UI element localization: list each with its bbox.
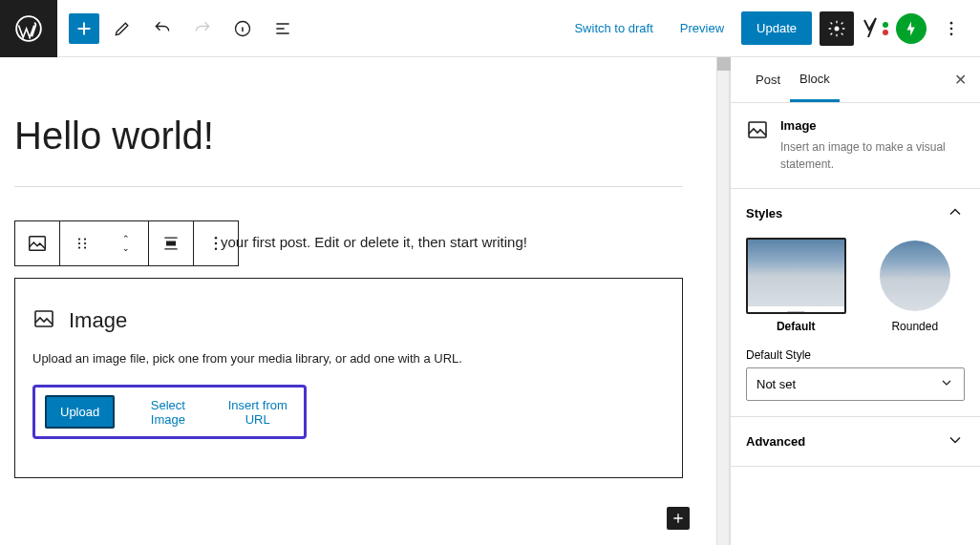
svg-rect-6 — [30, 237, 46, 251]
svg-point-2 — [835, 26, 840, 31]
scrollbar-thumb[interactable] — [717, 57, 731, 71]
tab-block[interactable]: Block — [790, 58, 840, 102]
style-rounded-label: Rounded — [865, 320, 966, 333]
image-block-title: Image — [69, 308, 127, 333]
info-icon[interactable] — [225, 11, 260, 46]
title-underline — [14, 186, 683, 187]
select-image-button[interactable]: Select Image — [138, 398, 198, 427]
default-style-select[interactable]: Not set — [746, 367, 965, 401]
outline-icon[interactable] — [266, 11, 300, 46]
chevron-down-icon: ⌄ — [122, 243, 130, 253]
move-updown-icon[interactable]: ⌃⌄ — [104, 221, 148, 265]
update-button[interactable]: Update — [741, 11, 812, 45]
tab-post[interactable]: Post — [746, 59, 790, 100]
jetpack-icon[interactable] — [896, 13, 927, 44]
edit-icon[interactable] — [105, 11, 139, 46]
add-block-button[interactable] — [69, 13, 99, 44]
settings-icon[interactable] — [820, 11, 854, 46]
chevron-up-icon — [946, 202, 965, 224]
scrollbar-gutter[interactable] — [716, 57, 730, 545]
image-block-description: Upload an image file, pick one from your… — [32, 351, 665, 366]
default-style-label: Default Style — [746, 348, 965, 362]
advanced-panel-header[interactable]: Advanced — [731, 417, 980, 466]
topbar-right: Switch to draft Preview Update — [565, 11, 980, 46]
svg-rect-13 — [166, 241, 176, 246]
wordpress-logo[interactable] — [0, 0, 57, 57]
svg-point-3 — [950, 21, 953, 24]
align-icon[interactable] — [149, 221, 193, 265]
switch-to-draft-button[interactable]: Switch to draft — [565, 13, 662, 43]
svg-point-9 — [78, 242, 80, 244]
svg-rect-17 — [35, 311, 53, 326]
block-info-description: Insert an image to make a visual stateme… — [780, 138, 965, 173]
svg-point-11 — [78, 246, 80, 248]
paragraph-text[interactable]: your first post. Edit or delete it, then… — [221, 234, 527, 250]
topbar-left — [57, 11, 300, 46]
chevron-down-icon — [939, 375, 954, 393]
advanced-heading: Advanced — [746, 434, 805, 449]
settings-sidebar: Post Block ✕ Image Insert an image to ma… — [730, 57, 980, 545]
svg-point-14 — [215, 237, 218, 240]
yoast-icon[interactable] — [862, 17, 888, 40]
topbar: Switch to draft Preview Update — [0, 0, 980, 57]
image-icon — [32, 307, 55, 334]
insert-from-url-button[interactable]: Insert from URL — [221, 398, 294, 427]
svg-point-7 — [78, 238, 80, 240]
block-info: Image Insert an image to make a visual s… — [731, 103, 980, 189]
styles-panel: Styles ——— Default Rounded Default Sty — [731, 189, 980, 417]
image-block-placeholder: Image Upload an image file, pick one fro… — [14, 278, 683, 478]
svg-point-10 — [84, 242, 86, 244]
svg-point-4 — [950, 27, 953, 30]
styles-panel-header[interactable]: Styles — [731, 189, 980, 238]
close-icon[interactable]: ✕ — [954, 71, 967, 89]
block-toolbar: ⌃⌄ — [14, 220, 239, 266]
redo-icon[interactable] — [185, 11, 220, 46]
style-default-label: Default — [746, 320, 846, 333]
svg-point-16 — [215, 248, 218, 251]
block-info-title: Image — [780, 118, 965, 133]
add-block-float-button[interactable] — [667, 507, 690, 530]
sidebar-tabs: Post Block ✕ — [731, 57, 980, 103]
drag-handle-icon[interactable] — [60, 221, 104, 265]
undo-icon[interactable] — [145, 11, 180, 46]
svg-point-5 — [950, 32, 953, 35]
block-type-icon[interactable] — [15, 221, 59, 265]
more-menu-icon[interactable] — [934, 11, 969, 46]
upload-button[interactable]: Upload — [45, 395, 115, 429]
image-icon — [746, 118, 769, 173]
main-area: Hello world! ⌃⌄ — [0, 57, 980, 545]
preview-button[interactable]: Preview — [671, 13, 734, 43]
editor-canvas: Hello world! ⌃⌄ — [0, 57, 716, 545]
chevron-down-icon — [946, 430, 965, 452]
styles-heading: Styles — [746, 206, 782, 220]
style-option-rounded[interactable]: Rounded — [865, 238, 966, 333]
svg-rect-18 — [749, 122, 766, 137]
chevron-up-icon: ⌃ — [122, 234, 130, 243]
svg-point-15 — [215, 242, 218, 245]
default-style-value: Not set — [756, 377, 796, 391]
svg-point-8 — [84, 238, 86, 240]
post-title[interactable]: Hello world! — [14, 115, 683, 157]
svg-point-12 — [84, 246, 86, 248]
advanced-panel: Advanced — [731, 417, 980, 467]
image-actions: Upload Select Image Insert from URL — [32, 385, 307, 439]
style-option-default[interactable]: ——— Default — [746, 238, 846, 333]
